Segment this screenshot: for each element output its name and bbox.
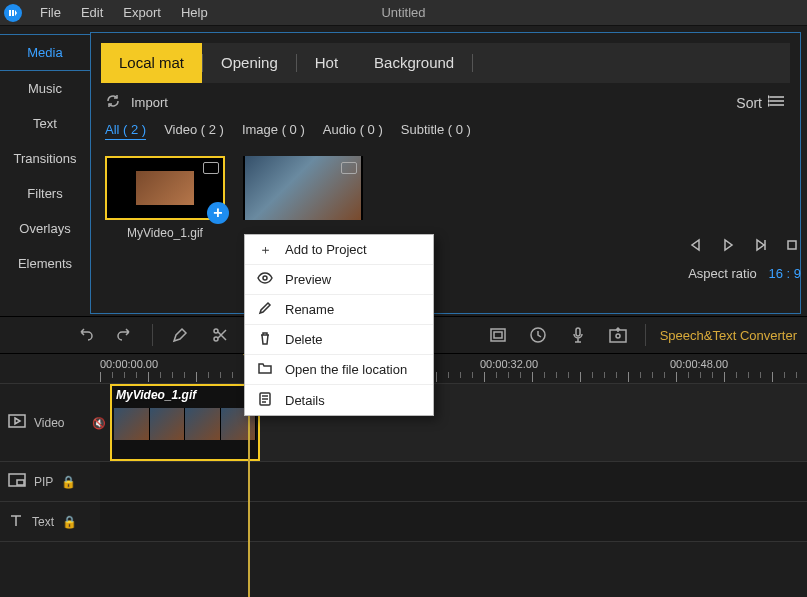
svg-point-5 — [768, 96, 769, 98]
import-button[interactable]: Import — [131, 95, 168, 110]
svg-point-20 — [263, 276, 267, 280]
sort-label[interactable]: Sort — [736, 95, 762, 111]
ruler-ticks — [100, 372, 807, 382]
mute-icon[interactable]: 🔇 — [92, 417, 106, 430]
clip-frames — [114, 408, 256, 440]
source-tab-hot[interactable]: Hot — [297, 43, 356, 83]
svg-rect-8 — [788, 241, 796, 249]
svg-rect-0 — [9, 10, 11, 16]
tab-overlays[interactable]: Overlays — [0, 211, 90, 246]
thumbnail-image — [136, 171, 194, 205]
trash-icon — [257, 331, 273, 348]
pip-track-icon — [8, 473, 26, 490]
svg-point-9 — [214, 329, 218, 333]
ctx-rename[interactable]: Rename — [245, 295, 433, 325]
video-track-icon — [8, 414, 26, 431]
voiceover-button[interactable] — [565, 322, 591, 348]
ctx-open-location[interactable]: Open the file location — [245, 355, 433, 385]
media-thumbnails: + MyVideo_1.gif — [91, 150, 800, 246]
menu-file[interactable]: File — [30, 5, 71, 20]
lock-icon[interactable]: 🔒 — [62, 515, 77, 529]
tab-transitions[interactable]: Transitions — [0, 141, 90, 176]
timeline-clip[interactable]: MyVideo_1.gif — [110, 384, 260, 461]
sort-icon[interactable] — [768, 94, 786, 111]
aspect-ratio[interactable]: Aspect ratio 16 : 9 — [688, 266, 801, 281]
divider — [645, 324, 646, 346]
filter-subtitle[interactable]: Subtitle ( 0 ) — [401, 122, 471, 140]
tab-media[interactable]: Media — [0, 34, 90, 71]
source-tabs: Local mat Opening Hot Background — [101, 43, 790, 83]
preview-transport — [685, 234, 807, 256]
ctx-label: Open the file location — [285, 362, 407, 377]
play-button[interactable] — [717, 234, 739, 256]
ctx-delete[interactable]: Delete — [245, 325, 433, 355]
ctx-add-to-project[interactable]: ＋ Add to Project — [245, 235, 433, 265]
menu-help[interactable]: Help — [171, 5, 218, 20]
tab-elements[interactable]: Elements — [0, 246, 90, 281]
track-header: Video — [0, 414, 100, 431]
menubar: File Edit Export Help Untitled — [0, 0, 807, 26]
filter-all[interactable]: All ( 2 ) — [105, 122, 146, 140]
menu-export[interactable]: Export — [113, 5, 171, 20]
svg-rect-17 — [9, 415, 25, 427]
ruler-time: 00:00:48.00 — [670, 358, 728, 370]
add-to-timeline-icon[interactable]: + — [207, 202, 229, 224]
split-button[interactable] — [207, 322, 233, 348]
left-tabs: Media Music Text Transitions Filters Ove… — [0, 26, 90, 314]
track-text: Text 🔒 — [0, 502, 807, 542]
crop-button[interactable] — [485, 322, 511, 348]
media-item[interactable]: + MyVideo_1.gif — [105, 156, 225, 240]
duration-button[interactable] — [525, 322, 551, 348]
aspect-ratio-value: 16 : 9 — [768, 266, 801, 281]
ctx-label: Add to Project — [285, 242, 367, 257]
refresh-icon[interactable] — [105, 93, 121, 112]
prev-frame-button[interactable] — [685, 234, 707, 256]
edit-tool-button[interactable] — [167, 322, 193, 348]
plus-icon: ＋ — [257, 241, 273, 259]
thumbnail-box[interactable]: + — [105, 156, 225, 220]
svg-rect-14 — [576, 328, 580, 336]
track-body[interactable] — [100, 502, 807, 541]
source-tab-background[interactable]: Background — [356, 43, 472, 83]
track-header: Text 🔒 — [0, 512, 100, 531]
export-frame-button[interactable] — [605, 322, 631, 348]
filter-video[interactable]: Video ( 2 ) — [164, 122, 224, 140]
track-label: PIP — [34, 475, 53, 489]
ctx-label: Rename — [285, 302, 334, 317]
tab-text[interactable]: Text — [0, 106, 90, 141]
track-header: PIP 🔒 — [0, 473, 100, 490]
aspect-ratio-label: Aspect ratio — [688, 266, 757, 281]
track-body[interactable]: MyVideo_1.gif — [110, 384, 807, 461]
app-logo-icon — [4, 4, 22, 22]
stop-button[interactable] — [781, 234, 803, 256]
svg-point-10 — [214, 337, 218, 341]
menu-edit[interactable]: Edit — [71, 5, 113, 20]
camera-icon — [203, 162, 219, 174]
ctx-preview[interactable]: Preview — [245, 265, 433, 295]
divider — [472, 54, 473, 72]
source-tab-local[interactable]: Local mat — [101, 43, 202, 83]
speech-text-converter-button[interactable]: Speech&Text Converter — [660, 328, 797, 343]
media-filter-row: All ( 2 ) Video ( 2 ) Image ( 0 ) Audio … — [91, 116, 800, 150]
ctx-details[interactable]: Details — [245, 385, 433, 415]
text-track-icon — [8, 512, 24, 531]
lock-icon[interactable]: 🔒 — [61, 475, 76, 489]
thumbnail-box[interactable] — [243, 156, 363, 220]
media-item[interactable] — [243, 156, 363, 240]
source-tab-opening[interactable]: Opening — [203, 43, 296, 83]
next-frame-button[interactable] — [749, 234, 771, 256]
tab-music[interactable]: Music — [0, 71, 90, 106]
context-menu: ＋ Add to Project Preview Rename Delete O… — [244, 234, 434, 416]
filter-image[interactable]: Image ( 0 ) — [242, 122, 305, 140]
import-row: Import Sort — [91, 83, 800, 116]
tab-filters[interactable]: Filters — [0, 176, 90, 211]
svg-point-7 — [768, 104, 769, 106]
filter-audio[interactable]: Audio ( 0 ) — [323, 122, 383, 140]
redo-button[interactable] — [112, 322, 138, 348]
ctx-label: Delete — [285, 332, 323, 347]
svg-point-6 — [768, 100, 769, 102]
divider — [152, 324, 153, 346]
project-title: Untitled — [381, 5, 425, 20]
undo-button[interactable] — [72, 322, 98, 348]
track-body[interactable] — [100, 462, 807, 501]
